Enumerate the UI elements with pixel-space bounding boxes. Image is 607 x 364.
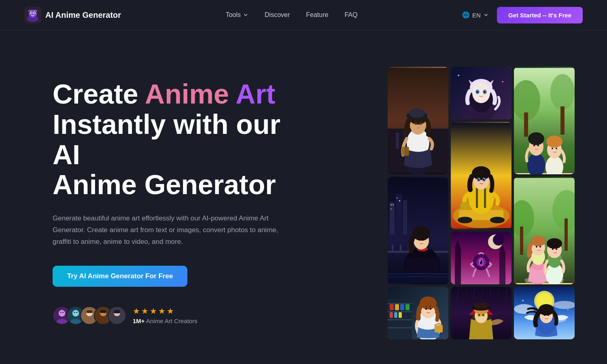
lang-selector[interactable]: 🌐 EN bbox=[462, 11, 489, 19]
chevron-down-icon-lang bbox=[483, 12, 489, 18]
svg-point-8 bbox=[59, 310, 65, 316]
svg-rect-109 bbox=[408, 245, 410, 253]
nav-discover[interactable]: Discover bbox=[265, 11, 290, 19]
grid-image-1 bbox=[388, 67, 448, 174]
svg-rect-105 bbox=[399, 200, 400, 201]
svg-point-179 bbox=[478, 314, 480, 316]
svg-rect-107 bbox=[392, 245, 393, 253]
try-button[interactable]: Try AI Anime Generator For Free bbox=[53, 266, 187, 287]
navbar: AI Anime Generator Tools Discover Featur… bbox=[0, 0, 607, 30]
svg-point-128 bbox=[547, 250, 562, 268]
svg-rect-106 bbox=[388, 251, 448, 253]
svg-rect-64 bbox=[514, 68, 575, 173]
logo-text: AI Anime Generator bbox=[45, 11, 121, 20]
svg-point-92 bbox=[478, 179, 480, 181]
anime-image-grid: ✦ ✦ bbox=[388, 63, 575, 339]
svg-point-37 bbox=[407, 129, 429, 157]
grid-image-3 bbox=[514, 67, 575, 174]
star-1: ★ bbox=[133, 306, 140, 316]
svg-point-60 bbox=[476, 91, 479, 93]
svg-rect-102 bbox=[393, 204, 394, 205]
svg-point-79 bbox=[556, 148, 557, 149]
svg-marker-55 bbox=[487, 82, 492, 88]
svg-point-189 bbox=[550, 316, 567, 322]
svg-point-176 bbox=[474, 304, 488, 315]
svg-rect-99 bbox=[396, 194, 402, 235]
svg-point-16 bbox=[76, 312, 77, 313]
svg-point-194 bbox=[548, 314, 549, 316]
svg-point-93 bbox=[483, 179, 485, 181]
svg-text:✦: ✦ bbox=[532, 327, 535, 330]
svg-point-161 bbox=[421, 301, 435, 318]
nav-links: Tools Discover Feature FAQ bbox=[226, 11, 358, 19]
svg-point-50 bbox=[465, 89, 497, 119]
svg-rect-133 bbox=[451, 232, 511, 284]
svg-rect-154 bbox=[405, 304, 410, 310]
svg-point-63 bbox=[485, 91, 486, 92]
svg-point-112 bbox=[412, 226, 430, 241]
svg-rect-151 bbox=[390, 304, 394, 310]
nav-right: 🌐 EN Get Started -- It's Free bbox=[462, 7, 583, 23]
svg-point-58 bbox=[475, 89, 480, 94]
svg-point-77 bbox=[546, 135, 562, 148]
title-word-create: Create bbox=[53, 78, 138, 109]
svg-point-62 bbox=[478, 91, 478, 92]
social-text: ★ ★ ★ ★ ★ 1M+ Anime Art Creators bbox=[133, 306, 197, 324]
grid-image-2: ✦ ✦ bbox=[451, 67, 511, 119]
svg-marker-53 bbox=[471, 82, 475, 88]
svg-point-72 bbox=[528, 132, 544, 145]
svg-rect-145 bbox=[388, 287, 448, 339]
svg-point-10 bbox=[60, 312, 62, 313]
hero-section: Create Anime Art Instantly with our AI A… bbox=[0, 30, 607, 364]
grid-image-9 bbox=[451, 287, 511, 339]
svg-point-71 bbox=[529, 138, 543, 156]
svg-point-177 bbox=[472, 305, 490, 311]
grid-image-10: ✦ ✦ ✦ bbox=[514, 287, 575, 339]
svg-point-114 bbox=[423, 239, 424, 241]
svg-point-144 bbox=[480, 260, 481, 262]
svg-point-121 bbox=[529, 261, 547, 284]
svg-point-41 bbox=[409, 108, 425, 118]
svg-point-127 bbox=[545, 263, 563, 284]
get-started-button[interactable]: Get Started -- It's Free bbox=[497, 7, 583, 23]
grid-image-5 bbox=[388, 177, 448, 284]
svg-rect-47 bbox=[451, 67, 511, 119]
star-5: ★ bbox=[167, 306, 174, 316]
svg-point-38 bbox=[410, 114, 426, 135]
svg-rect-165 bbox=[451, 287, 511, 339]
svg-point-117 bbox=[514, 200, 534, 237]
svg-rect-82 bbox=[459, 210, 503, 220]
svg-rect-32 bbox=[388, 68, 448, 173]
svg-point-89 bbox=[472, 166, 490, 180]
title-line2: Instantly with our AI bbox=[53, 109, 280, 170]
svg-rect-155 bbox=[390, 312, 393, 318]
nav-feature[interactable]: Feature bbox=[306, 11, 328, 19]
nav-tools[interactable]: Tools bbox=[226, 11, 248, 19]
svg-point-45 bbox=[420, 123, 422, 124]
nav-faq[interactable]: FAQ bbox=[344, 11, 357, 19]
grid-image-4 bbox=[451, 122, 511, 229]
svg-point-5 bbox=[31, 13, 32, 14]
svg-point-83 bbox=[458, 217, 472, 223]
svg-line-171 bbox=[497, 287, 499, 299]
title-word-anime: Anime bbox=[145, 78, 229, 109]
svg-line-172 bbox=[505, 287, 507, 299]
svg-rect-97 bbox=[388, 178, 448, 283]
svg-point-113 bbox=[418, 239, 420, 241]
svg-rect-150 bbox=[388, 327, 412, 328]
svg-point-81 bbox=[453, 204, 509, 228]
svg-rect-182 bbox=[482, 314, 485, 316]
svg-point-11 bbox=[62, 312, 64, 313]
logo[interactable]: AI Anime Generator bbox=[24, 6, 121, 23]
svg-rect-34 bbox=[396, 133, 399, 149]
svg-rect-181 bbox=[478, 314, 481, 316]
svg-point-186 bbox=[536, 293, 552, 309]
svg-point-21 bbox=[90, 312, 91, 313]
svg-point-74 bbox=[537, 145, 539, 146]
svg-point-84 bbox=[490, 217, 505, 223]
svg-point-124 bbox=[531, 236, 545, 246]
svg-point-190 bbox=[536, 310, 556, 334]
svg-rect-120 bbox=[565, 218, 568, 251]
svg-point-59 bbox=[483, 89, 487, 94]
svg-point-138 bbox=[488, 235, 503, 249]
